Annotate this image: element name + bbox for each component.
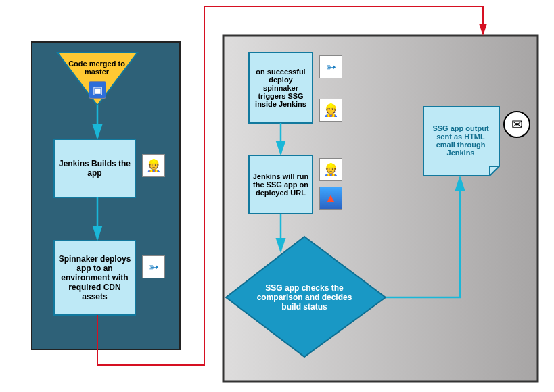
node-trigger: on successful deploy spinnaker triggers … [249, 53, 313, 123]
spinnaker-icon: ➳ [142, 255, 165, 278]
email-icon: ✉ [503, 111, 530, 138]
jenkins-icon: 👷 [319, 158, 342, 181]
node-check: SSG app checks the comparison and decide… [244, 278, 365, 316]
node-deploy: Spinnaker deploys app to an environment … [54, 241, 135, 315]
node-build: Jenkins Builds the app [54, 139, 135, 197]
jenkins-icon: 👷 [319, 99, 342, 122]
spinnaker-icon: ➳ [319, 55, 342, 78]
node-merge: Code merged to master [63, 54, 131, 81]
jenkins-icon: 👷 [142, 154, 165, 177]
node-run: Jenkins will run the SSG app on deployed… [249, 155, 313, 214]
diagram-canvas: Code merged to master ▣ Jenkins Builds t… [0, 0, 554, 392]
bitbucket-icon: ▣ [89, 81, 106, 99]
lighthouse-icon: ▲ [319, 187, 342, 210]
node-email: SSG app output sent as HTML email throug… [425, 109, 497, 172]
